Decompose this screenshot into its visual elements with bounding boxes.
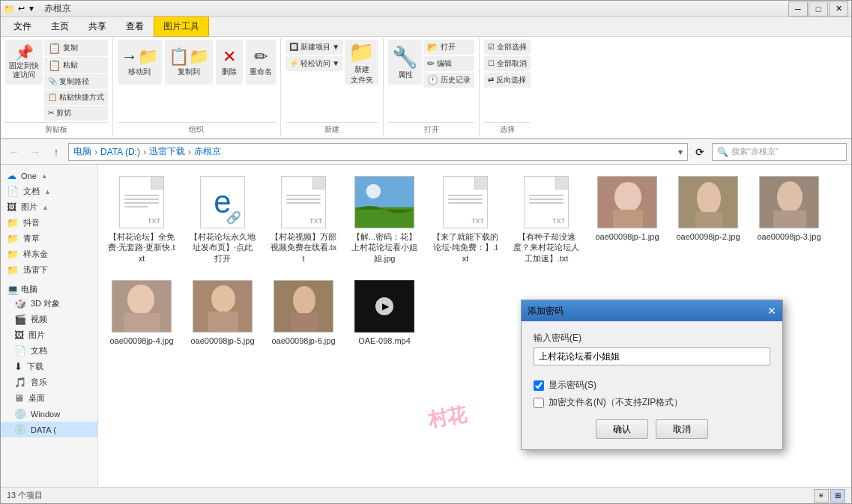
- edit-button[interactable]: ✏ 编辑: [423, 56, 474, 71]
- breadcrumb-xunlei[interactable]: 迅雷下载: [149, 145, 185, 158]
- sidebar-item-downloads[interactable]: ⬇ 下载: [1, 359, 97, 374]
- dialog-close-button[interactable]: ✕: [767, 305, 776, 317]
- up-button[interactable]: ↑: [47, 143, 65, 161]
- file-item-10[interactable]: oae00098jp-4.jpg: [104, 275, 179, 351]
- file-item-13[interactable]: ▶ OAE-098.mp4: [347, 275, 422, 351]
- sidebar-item-label: 桌面: [28, 392, 45, 404]
- sidebar-item-video[interactable]: 🎬 视频: [1, 312, 97, 327]
- close-button[interactable]: ✕: [829, 1, 848, 16]
- encrypt-filename-checkbox[interactable]: [534, 398, 544, 408]
- cancel-button[interactable]: 取消: [656, 419, 708, 439]
- tab-share[interactable]: 共享: [79, 16, 116, 36]
- minimize-button[interactable]: ─: [788, 1, 808, 16]
- file-item-11[interactable]: oae00098jp-5.jpg: [185, 275, 260, 351]
- invert-selection-button[interactable]: ⇄ 反向选择: [484, 73, 531, 88]
- copy-to-button[interactable]: 📋📁 复制到: [165, 40, 213, 85]
- sidebar-item-docs[interactable]: 📄 文档: [1, 343, 97, 359]
- file-item-9[interactable]: oae00098jp-3.jpg: [752, 171, 827, 269]
- sidebar-item-qingcao[interactable]: 📁 青草: [1, 231, 97, 246]
- file-item-5[interactable]: TXT 【来了就能下载的论坛·纯免费：】.txt: [428, 171, 503, 269]
- confirm-button[interactable]: 确认: [596, 419, 648, 439]
- maximize-button[interactable]: □: [809, 1, 828, 16]
- ribbon-group-select: ☑ 全部选择 ☐ 全部取消 ⇄ 反向选择 选择: [480, 38, 535, 136]
- breadcrumb-current[interactable]: 赤根京: [194, 145, 221, 158]
- qat-dropdown[interactable]: ▼: [28, 4, 35, 13]
- file-item-12[interactable]: oae00098jp-6.jpg: [266, 275, 341, 351]
- search-bar[interactable]: 🔍 搜索"赤根京": [712, 143, 847, 161]
- show-password-label: 显示密码(S): [549, 379, 596, 392]
- history-button[interactable]: 🕐 历史记录: [423, 73, 474, 88]
- view-grid-button[interactable]: ⊞: [830, 489, 845, 503]
- svg-point-7: [697, 182, 721, 215]
- sidebar-item-documents[interactable]: 📄 文档 ▲: [1, 183, 97, 199]
- sidebar-item-label: 文档: [23, 186, 40, 197]
- paste-button[interactable]: 📋 粘贴: [44, 57, 108, 73]
- folder-icon: 📁: [7, 249, 19, 260]
- qat-undo[interactable]: ↩: [16, 4, 26, 13]
- breadcrumb[interactable]: 电脑 › DATA (D:) › 迅雷下载 › 赤根京 ▾: [68, 143, 688, 161]
- svg-rect-14: [124, 313, 160, 333]
- sidebar-item-label: 音乐: [31, 377, 47, 388]
- paste-shortcut-button[interactable]: 📋 粘贴快捷方式: [44, 90, 108, 105]
- window-title: 赤根京: [44, 2, 71, 15]
- desktop-icon: 🖥: [14, 392, 24, 404]
- ribbon-group-open: 🔧 属性 📂 打开 ✏ 编辑 🕐 历史记录: [384, 38, 480, 136]
- tab-home[interactable]: 主页: [41, 16, 79, 36]
- file-item-4[interactable]: 【解...密码：花】上村花论坛看小姐姐.jpg: [347, 171, 422, 269]
- history-icon: 🕐: [427, 75, 438, 85]
- view-list-button[interactable]: ≡: [814, 489, 829, 503]
- file-item-8[interactable]: oae00098jp-2.jpg: [671, 171, 746, 269]
- docs-icon: 📄: [14, 345, 26, 356]
- file-item-6[interactable]: TXT 【有种子却没速度？来村花论坛人工加速】.txt: [509, 171, 584, 269]
- new-item-button[interactable]: 🔲 新建项目 ▼: [285, 40, 343, 55]
- file-item-1[interactable]: TXT 【村花论坛】全免费·无套路·更新快.txt: [104, 171, 179, 269]
- rename-button[interactable]: ✏ 重命名: [246, 40, 276, 85]
- rename-icon: ✏: [254, 47, 268, 67]
- sidebar-item-pictures[interactable]: 🖼 图片 ▲: [1, 199, 97, 215]
- pin-quick-access-button[interactable]: 📌 固定到快速访问: [5, 40, 43, 85]
- open-button[interactable]: 📂 打开: [423, 40, 474, 55]
- tab-picture-tools[interactable]: 图片工具: [154, 16, 209, 37]
- easy-access-button[interactable]: ⚡ 轻松访问 ▼: [285, 56, 343, 71]
- sidebar-item-onedrive[interactable]: ☁ One ▲: [1, 168, 97, 183]
- sidebar-item-pics[interactable]: 🖼 图片: [1, 327, 97, 343]
- file-item-7[interactable]: oae00098jp-1.jpg: [590, 171, 665, 269]
- properties-button[interactable]: 🔧 属性: [388, 40, 422, 85]
- file-item-3[interactable]: TXT 【村花视频】万部视频免费在线看.txt: [266, 171, 341, 269]
- sidebar-item-label: 样东金: [23, 249, 48, 260]
- select-none-button[interactable]: ☐ 全部取消: [484, 56, 531, 71]
- sidebar-item-xunlei[interactable]: 📁 迅雷下: [1, 262, 97, 278]
- back-button[interactable]: ←: [5, 143, 23, 161]
- sidebar-item-music[interactable]: 🎵 音乐: [1, 374, 97, 390]
- cut-button[interactable]: ✂ 剪切: [44, 106, 108, 121]
- tab-file[interactable]: 文件: [4, 16, 41, 36]
- folder-icon: 📁: [7, 264, 19, 276]
- sidebar-item-desktop[interactable]: 🖥 桌面: [1, 390, 97, 406]
- sidebar-item-yangdongjin[interactable]: 📁 样东金: [1, 246, 97, 262]
- sidebar-item-windows[interactable]: 💿 Window: [1, 406, 97, 422]
- show-password-row: 显示密码(S): [534, 379, 770, 392]
- sidebar-item-data[interactable]: 💿 DATA (: [1, 422, 97, 437]
- sidebar-item-douyin[interactable]: 📁 抖音: [1, 215, 97, 231]
- password-input[interactable]: [534, 347, 770, 365]
- breadcrumb-data[interactable]: DATA (D:): [100, 147, 140, 157]
- move-to-button[interactable]: →📁 移动到: [118, 40, 162, 85]
- copy-path-button[interactable]: 📎 复制路径: [44, 74, 108, 89]
- file-item-2[interactable]: e 🔗 【村花论坛永久地址发布页】·点此打开: [185, 171, 260, 269]
- new-group-label: 新建: [285, 122, 378, 135]
- delete-button[interactable]: ✕ 删除: [216, 40, 243, 85]
- refresh-button[interactable]: ⟳: [691, 143, 709, 161]
- new-folder-button[interactable]: 📁 新建文件夹: [345, 40, 378, 85]
- tab-view[interactable]: 查看: [116, 16, 154, 36]
- pictures-icon: 🖼: [7, 201, 16, 213]
- pin-icon: 📌: [15, 45, 34, 60]
- breadcrumb-computer[interactable]: 电脑: [73, 145, 91, 158]
- sidebar-item-3d[interactable]: 🎲 3D 对象: [1, 296, 97, 312]
- select-all-button[interactable]: ☑ 全部选择: [484, 40, 531, 55]
- dialog-titlebar: 添加密码 ✕: [522, 300, 782, 321]
- show-password-checkbox[interactable]: [534, 380, 544, 391]
- forward-button[interactable]: →: [26, 143, 44, 161]
- encrypt-filename-row: 加密文件名(N)（不支持ZIP格式）: [534, 396, 770, 409]
- copy-button[interactable]: 📋 复制: [44, 40, 108, 56]
- encrypt-filename-label: 加密文件名(N)（不支持ZIP格式）: [549, 396, 683, 409]
